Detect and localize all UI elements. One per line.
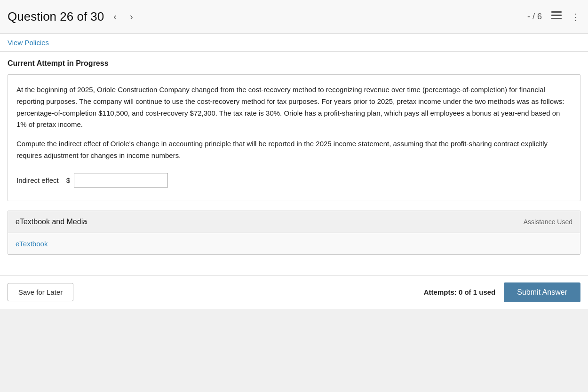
top-bar: Question 26 of 30 ‹ › - / 6 ⋮	[0, 0, 588, 34]
etextbook-title: eTextbook and Media	[16, 218, 87, 226]
prev-button[interactable]: ‹	[110, 9, 120, 24]
score-display: - / 6	[527, 12, 542, 22]
etextbook-section: eTextbook and Media Assistance Used eTex…	[8, 211, 580, 255]
dollar-sign: $	[66, 176, 70, 184]
question-title: Question 26 of 30	[8, 9, 104, 24]
more-options-icon[interactable]: ⋮	[571, 11, 580, 23]
next-button[interactable]: ›	[126, 9, 137, 24]
view-policies-bar: View Policies	[0, 34, 588, 52]
top-bar-right: - / 6 ⋮	[527, 11, 580, 23]
bottom-bar: Save for Later Attempts: 0 of 1 used Sub…	[0, 275, 588, 309]
attempts-text: Attempts: 0 of 1 used	[424, 288, 496, 296]
list-icon[interactable]	[551, 11, 562, 22]
attempt-label: Current Attempt in Progress	[8, 59, 580, 68]
question-paragraph-1: At the beginning of 2025, Oriole Constru…	[16, 84, 572, 131]
svg-rect-2	[551, 18, 562, 19]
main-content: Current Attempt in Progress At the begin…	[0, 52, 588, 275]
answer-row: Indirect effect $	[16, 173, 572, 188]
svg-rect-1	[551, 15, 562, 16]
svg-rect-0	[551, 11, 562, 13]
question-box: At the beginning of 2025, Oriole Constru…	[8, 74, 580, 201]
assistance-used-label: Assistance Used	[524, 218, 572, 226]
indirect-effect-input[interactable]	[74, 173, 168, 188]
etextbook-link[interactable]: eTextbook	[16, 240, 48, 248]
indirect-effect-label: Indirect effect	[16, 176, 59, 184]
etextbook-body: eTextbook	[8, 233, 580, 254]
save-later-button[interactable]: Save for Later	[8, 283, 73, 301]
question-paragraph-2: Compute the indirect effect of Oriole's …	[16, 138, 572, 162]
bottom-right: Attempts: 0 of 1 used Submit Answer	[424, 282, 580, 302]
top-bar-left: Question 26 of 30 ‹ ›	[8, 9, 137, 24]
etextbook-header: eTextbook and Media Assistance Used	[8, 211, 580, 233]
view-policies-link[interactable]: View Policies	[8, 39, 49, 47]
question-text: At the beginning of 2025, Oriole Constru…	[16, 84, 572, 162]
submit-answer-button[interactable]: Submit Answer	[504, 282, 580, 302]
